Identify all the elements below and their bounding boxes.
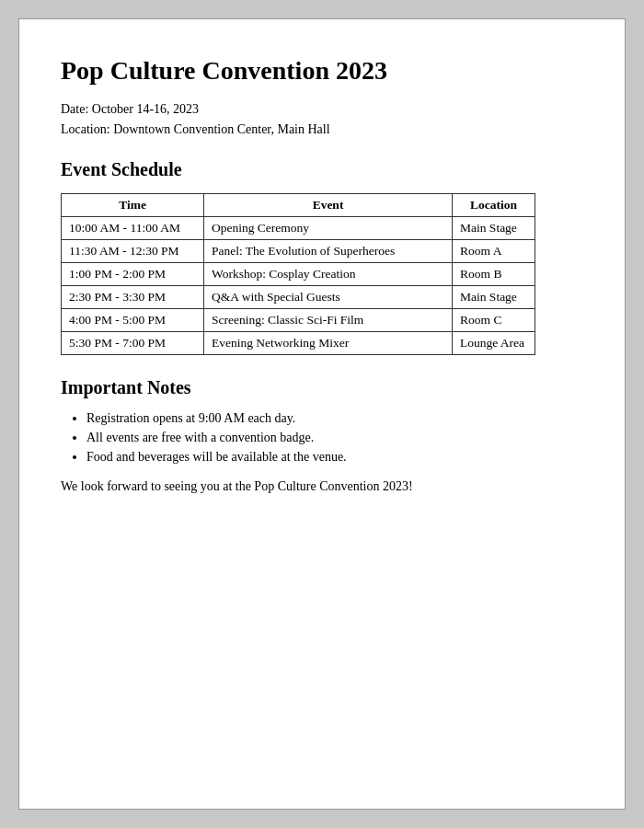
list-item: All events are free with a convention ba… [86, 431, 583, 445]
table-cell-1: Q&A with Special Guests [204, 286, 453, 309]
table-cell-2: Main Stage [453, 286, 535, 309]
notes-heading: Important Notes [61, 377, 583, 398]
schedule-heading: Event Schedule [61, 159, 583, 180]
table-cell-2: Room B [453, 263, 535, 286]
table-row: 2:30 PM - 3:30 PMQ&A with Special Guests… [62, 286, 535, 309]
table-row: 10:00 AM - 11:00 AMOpening CeremonyMain … [62, 217, 535, 240]
table-cell-2: Main Stage [453, 217, 535, 240]
notes-list: Registration opens at 9:00 AM each day.A… [86, 411, 583, 465]
header-time: Time [62, 194, 204, 217]
table-cell-1: Evening Networking Mixer [204, 332, 453, 355]
table-cell-0: 4:00 PM - 5:00 PM [62, 309, 204, 332]
table-cell-0: 11:30 AM - 12:30 PM [62, 240, 204, 263]
list-item: Food and beverages will be available at … [86, 450, 583, 465]
closing-text: We look forward to seeing you at the Pop… [61, 479, 583, 494]
table-row: 5:30 PM - 7:00 PMEvening Networking Mixe… [62, 332, 535, 355]
table-row: 11:30 AM - 12:30 PMPanel: The Evolution … [62, 240, 535, 263]
table-cell-1: Opening Ceremony [204, 217, 453, 240]
header-location: Location [453, 194, 535, 217]
table-cell-1: Workshop: Cosplay Creation [204, 263, 453, 286]
page-container: Pop Culture Convention 2023 Date: Octobe… [18, 18, 626, 810]
table-cell-0: 10:00 AM - 11:00 AM [62, 217, 204, 240]
table-cell-0: 1:00 PM - 2:00 PM [62, 263, 204, 286]
date-line: Date: October 14-16, 2023 [61, 102, 583, 117]
table-cell-0: 2:30 PM - 3:30 PM [62, 286, 204, 309]
table-header-row: Time Event Location [62, 194, 535, 217]
list-item: Registration opens at 9:00 AM each day. [86, 411, 583, 426]
schedule-table: Time Event Location 10:00 AM - 11:00 AMO… [61, 193, 535, 355]
table-row: 4:00 PM - 5:00 PMScreening: Classic Sci-… [62, 309, 535, 332]
table-cell-0: 5:30 PM - 7:00 PM [62, 332, 204, 355]
table-cell-2: Lounge Area [453, 332, 535, 355]
table-cell-1: Screening: Classic Sci-Fi Film [204, 309, 453, 332]
header-event: Event [204, 194, 453, 217]
table-cell-2: Room C [453, 309, 535, 332]
table-cell-1: Panel: The Evolution of Superheroes [204, 240, 453, 263]
table-row: 1:00 PM - 2:00 PMWorkshop: Cosplay Creat… [62, 263, 535, 286]
location-line: Location: Downtown Convention Center, Ma… [61, 122, 583, 137]
main-title: Pop Culture Convention 2023 [61, 56, 583, 86]
table-cell-2: Room A [453, 240, 535, 263]
